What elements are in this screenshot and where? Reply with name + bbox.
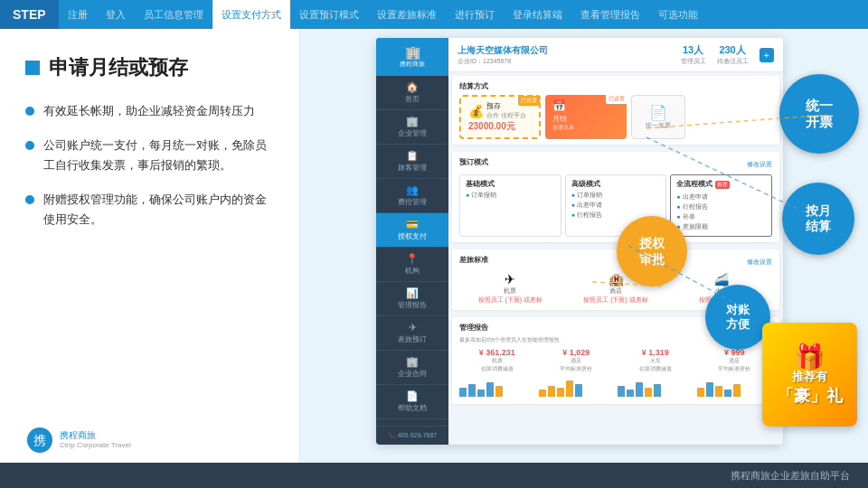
monthly-sub: 按通讯单	[552, 124, 619, 132]
expense-icon: 👥	[380, 184, 445, 196]
diff-item-flight: ✈ 机票 按照员工 (下面) 或差标	[459, 272, 561, 305]
monthly-tag: 已设置	[606, 94, 627, 104]
company-icon: 🏢	[380, 116, 445, 127]
tab-travel-standard[interactable]: 设置差旅标准	[368, 0, 446, 29]
full-mode-card[interactable]: 全流程模式 推荐 ● 出差申请 ● 行程报告 ● 补单 ● 差旅限额	[670, 174, 772, 237]
full-mode-title: 全流程模式	[676, 179, 712, 189]
report-item-train: ¥ 1,319 火车 估算消费减值	[618, 348, 693, 397]
monthly-settlement-bubble: 按月 结算	[782, 183, 854, 255]
report-item-hotel2: ¥ 999 酒店 平均标准房价	[697, 348, 773, 397]
basic-mode-title: 基础模式	[466, 179, 555, 189]
sidebar-item-payment[interactable]: 💳 授权支付	[376, 213, 448, 248]
title-icon	[25, 61, 40, 75]
sidebar-item-reports[interactable]: 📊 管理报告	[376, 282, 448, 316]
sidebar-item-traveler[interactable]: 📋 旅客管理	[376, 145, 448, 179]
invoice-card[interactable]: 📄 统一发票	[631, 95, 685, 139]
diff-section-title: 差旅标准	[459, 255, 488, 265]
hotel-mini-chart	[539, 375, 615, 397]
sidebar-item-org[interactable]: 📍 机构	[376, 248, 448, 282]
diff-subtitle[interactable]: 修改设置	[747, 258, 772, 267]
org-icon: 📍	[380, 253, 445, 265]
train-icon: 🚄	[670, 272, 772, 286]
sidebar-phone: 📞 400-929-7887	[376, 426, 448, 445]
prepay-icon: 💰	[468, 104, 484, 118]
step-badge: STEP	[0, 0, 59, 29]
unified-invoice-bubble: 统一 开票	[779, 74, 859, 154]
header-stats: 13人 管理员工 230人 待激活员工 +	[681, 43, 774, 66]
advanced-mode-title: 高级模式	[571, 179, 661, 189]
payment-icon: 💳	[380, 219, 445, 230]
bullet-dot-icon	[25, 195, 34, 204]
bottom-text: 携程商旅企业差旅自助平台	[731, 469, 850, 483]
help-icon: 📄	[380, 390, 445, 402]
invoice-label: 统一发票	[646, 121, 671, 130]
reports-icon: 📊	[380, 287, 445, 299]
sidebar-item-travel[interactable]: ✈ 差旅预订	[376, 316, 448, 351]
sidebar-item-expense[interactable]: 👥 费控管理	[376, 179, 448, 213]
report-item-flight: ¥ 361,231 机票 估算消费减值	[459, 348, 535, 397]
list-item: 公司账户统一支付，每月统一对账，免除员工自行收集发票，事后报销的繁琐。	[25, 136, 277, 175]
tab-register[interactable]: 注册	[59, 0, 97, 29]
page-title: 申请月结或预存	[49, 54, 188, 81]
monthly-label: 月结	[552, 114, 619, 124]
app-main-area: 上海天空媒体有限公司 企业ID：12345678 13人 管理员工 230人 待…	[448, 38, 783, 445]
payment-section: 结算方式 已设置 💰 预存 合作 佳程平台	[452, 76, 779, 145]
sidebar-item-home[interactable]: 🏠 首页	[376, 76, 448, 110]
booking-section: 预订模式 修改设置 基础模式 ● 订单报销 高级模式 ● 订单报销 ● 出差申请…	[452, 152, 779, 242]
top-nav: STEP 注册 登入 员工信息管理 设置支付方式 设置预订模式 设置差旅标准 进…	[0, 0, 868, 29]
full-mode-tag: 推荐	[715, 181, 730, 189]
tab-optional[interactable]: 可选功能	[649, 0, 707, 29]
hotel2-mini-chart	[697, 375, 773, 397]
tab-checkout[interactable]: 登录结算端	[504, 0, 571, 29]
flight-mini-chart	[459, 375, 535, 397]
traveler-icon: 📋	[380, 150, 445, 162]
tab-login[interactable]: 登入	[97, 0, 135, 29]
tab-reports[interactable]: 查看管理报告	[571, 0, 649, 29]
prepay-platform: 合作 佳程平台	[486, 111, 526, 120]
travel-icon: ✈	[380, 322, 445, 333]
promo-line1: 推荐有	[778, 369, 843, 385]
svg-text:携: 携	[33, 433, 46, 447]
flight-icon: ✈	[459, 272, 561, 286]
basic-mode-item: ● 订单报销	[466, 191, 555, 200]
report-item-hotel: ¥ 1,029 酒店 平均标准房价	[539, 348, 615, 397]
bullet-dot-icon	[25, 141, 34, 150]
bottom-bar: 携程商旅企业差旅自助平台	[0, 463, 868, 488]
app-mockup: 🏢 携程商旅 🏠 首页 🏢 企业管理 📋 旅客管理 👥 费控管理	[376, 38, 783, 445]
logo-text: 携程商旅 Ctrip Corporate Travel	[60, 429, 131, 450]
main-content: 申请月结或预存 有效延长帐期，助企业减轻资金周转压力 公司账户统一支付，每月统一…	[0, 29, 868, 463]
sidebar-item-help[interactable]: 📄 帮助文档	[376, 385, 448, 419]
list-item: 附赠授权管理功能，确保公司账户内的资金使用安全。	[25, 190, 277, 230]
bullet-list: 有效延长帐期，助企业减轻资金周转压力 公司账户统一支付，每月统一对账，免除员工自…	[25, 101, 277, 244]
sidebar-item-contract[interactable]: 🏢 企业合同	[376, 351, 448, 385]
easy-reconcile-bubble: 对账 方便	[705, 285, 770, 350]
basic-mode-card[interactable]: 基础模式 ● 订单报销	[459, 174, 561, 237]
right-panel: 🏢 携程商旅 🏠 首页 🏢 企业管理 📋 旅客管理 👥 费控管理	[298, 29, 868, 463]
prepay-amount: 23000.00元	[468, 120, 532, 133]
add-employee-button[interactable]: +	[760, 48, 774, 62]
payment-section-title: 结算方式	[459, 81, 772, 91]
prepay-card[interactable]: 已设置 💰 预存 合作 佳程平台 23000.00元	[459, 95, 541, 139]
booking-section-title: 预订模式	[459, 157, 488, 167]
booking-subtitle[interactable]: 修改设置	[747, 160, 772, 169]
payment-methods: 已设置 💰 预存 合作 佳程平台 23000.00元	[459, 95, 772, 139]
monthly-card[interactable]: 已设置 📅 月结 按通讯单	[545, 95, 627, 139]
company-id: 企业ID：12345678	[458, 57, 548, 66]
sidebar-logo: 🏢 携程商旅	[376, 38, 448, 76]
nav-tabs: 注册 登入 员工信息管理 设置支付方式 设置预订模式 设置差旅标准 进行预订 登…	[59, 0, 868, 29]
sidebar-item-company[interactable]: 🏢 企业管理	[376, 110, 448, 145]
promo-card: 🎁 推荐有 「豪」礼	[762, 323, 857, 427]
sidebar-logo-text: 携程商旅	[380, 60, 445, 69]
bottom-logo: 携 携程商旅 Ctrip Corporate Travel	[25, 423, 277, 448]
tab-employee-info[interactable]: 员工信息管理	[135, 0, 212, 29]
tab-booking[interactable]: 进行预订	[446, 0, 504, 29]
tab-payment[interactable]: 设置支付方式	[212, 0, 290, 29]
company-name: 上海天空媒体有限公司	[458, 44, 548, 57]
auth-approve-bubble: 授权 审批	[617, 216, 687, 286]
list-item: 有效延长帐期，助企业减轻资金周转压力	[25, 101, 277, 121]
admin-stat: 13人 管理员工	[681, 43, 706, 66]
home-icon: 🏠	[380, 81, 445, 93]
tab-booking-mode[interactable]: 设置预订模式	[290, 0, 368, 29]
train-mini-chart	[618, 375, 693, 397]
contract-icon: 🏢	[380, 356, 445, 368]
